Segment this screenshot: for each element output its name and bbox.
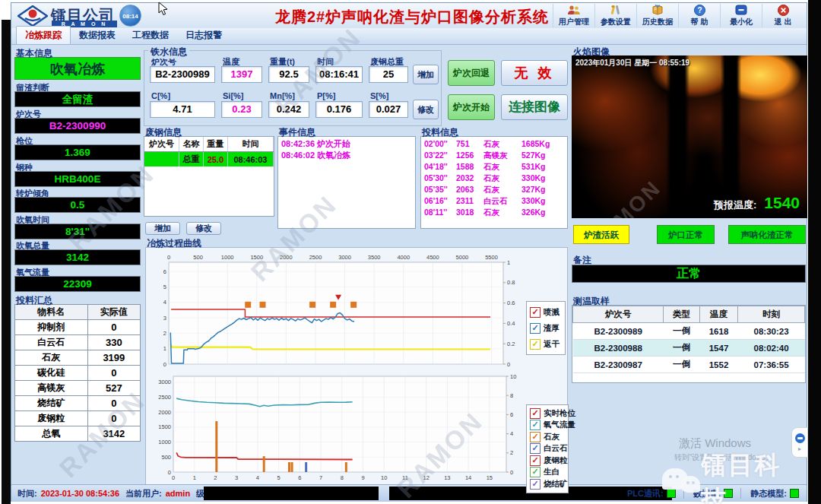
silicon-input[interactable]: 0.23 <box>221 101 262 118</box>
cell: 抑制剂 <box>15 320 88 335</box>
tab-log-alarm[interactable]: 日志报警 <box>177 27 230 44</box>
user-management-button[interactable]: 用户管理 <box>553 4 594 27</box>
feeding-line: 05'30''2032石灰330Kg <box>424 173 564 184</box>
footer-user-label: 当前用户: <box>125 488 162 499</box>
cell: 05'35'' <box>424 184 456 195</box>
cell: B2-2300989 <box>573 323 664 340</box>
menu-tab-bar: 冶炼跟踪 数据报表 工程数据 日志报警 <box>11 28 807 45</box>
slag-active-indicator[interactable]: 炉渣活跃 <box>573 225 629 244</box>
cell: 751 <box>456 138 483 150</box>
brand-name: 镭目科技 <box>701 449 807 504</box>
legend-checkbox[interactable]: ✓ <box>530 307 540 318</box>
material-row: 碳化硅0 <box>15 366 141 381</box>
remote-access-icon <box>795 433 805 443</box>
phosphorus-input[interactable]: 0.176 <box>315 101 363 118</box>
cell: 3142 <box>87 426 140 442</box>
cell: 0 <box>87 320 140 335</box>
svg-text:4: 4 <box>163 299 166 306</box>
legend-label: 烧结矿 <box>544 479 568 490</box>
manganese-input[interactable]: 0.242 <box>268 101 309 118</box>
legend-item[interactable]: ✓渣厚 <box>530 320 562 336</box>
legend-item[interactable]: ✓石灰 <box>530 431 565 443</box>
sampling-row[interactable]: B2-2300987一倒155207:36:55 <box>573 357 805 373</box>
legend-item[interactable]: ✓实时枪位 <box>530 407 565 420</box>
scrap-row[interactable]: 总重25.008:46:03 <box>144 152 274 167</box>
heat-number-input[interactable]: B2-2300989 <box>150 66 215 83</box>
cell: 废钢粒 <box>15 411 88 426</box>
exit-button[interactable]: 退 出 <box>762 4 804 27</box>
legend-item[interactable]: ✓烧结矿 <box>530 478 565 490</box>
svg-text:0: 0 <box>168 469 171 476</box>
legend-checkbox[interactable]: ✓ <box>530 443 540 454</box>
cell: B2-2300988 <box>573 340 664 357</box>
heat-start-button[interactable]: 炉次开始 <box>448 94 495 120</box>
svg-text:4500: 4500 <box>426 254 439 261</box>
process-chart-bottom: 0500100015002000250030000123456789101112… <box>149 372 528 484</box>
cell: 2032 <box>456 173 483 184</box>
legend-label: 喷溅 <box>544 307 559 318</box>
teamviewer-tab[interactable]: ▸ <box>791 427 808 458</box>
forecast-temp-label: 预报温度: <box>714 198 756 212</box>
legend-item[interactable]: ✓返干 <box>530 336 562 352</box>
connect-image-button[interactable]: 连接图像 <box>501 94 568 120</box>
carbon-input[interactable]: 4.71 <box>150 101 215 118</box>
material-summary-table: 物料名实际值 抑制剂0白云石330石灰3199碳化硅0高镁灰527烧结矿0废钢粒… <box>14 304 141 442</box>
sampling-row[interactable]: B2-2300989一倒161808:30:23 <box>573 323 805 340</box>
legend-checkbox[interactable]: ✓ <box>530 408 540 419</box>
cell: 2311 <box>456 195 483 207</box>
svg-text:0: 0 <box>163 361 166 368</box>
legend-item[interactable]: ✓氧气流量 <box>530 420 565 432</box>
cell: 石灰 <box>483 207 521 218</box>
scrap-total-input[interactable]: 25 <box>369 66 408 83</box>
column-header: 炉次号 <box>573 306 664 323</box>
svg-text:1: 1 <box>507 259 510 266</box>
heat-rollback-button[interactable]: 炉次回退 <box>448 60 495 86</box>
legend-checkbox[interactable]: ✓ <box>530 432 540 442</box>
scrap-add-button[interactable]: 增加 <box>145 222 180 235</box>
svg-text:3000: 3000 <box>338 254 351 261</box>
app-window: 镭目公司 R A M O N 08:14 龙腾2#炉声呐化渣与炉口图像分析系统 … <box>11 2 807 502</box>
legend-label: 生白 <box>544 467 559 477</box>
legend-checkbox[interactable]: ✓ <box>530 467 540 477</box>
chevron-icon: ▸ <box>798 445 801 452</box>
legend-item[interactable]: ✓生白 <box>530 467 565 479</box>
time-input[interactable]: 08:16:41 <box>315 66 363 83</box>
legend-item[interactable]: ✓废钢粒 <box>530 455 565 467</box>
legend-checkbox[interactable]: ✓ <box>530 455 540 466</box>
sulfur-input[interactable]: 0.027 <box>369 101 408 118</box>
invalid-button[interactable]: 无 效 <box>501 60 568 86</box>
svg-text:1000: 1000 <box>158 439 171 445</box>
furnace-mouth-normal-indicator[interactable]: 炉口正常 <box>657 225 715 244</box>
feeding-line: 08'11''3018石灰326Kg <box>424 207 564 218</box>
scrap-modify-button[interactable]: 修改 <box>186 222 221 235</box>
remark-value: 正常 <box>572 265 806 283</box>
cell: 08:30:23 <box>738 323 805 340</box>
tab-data-report[interactable]: 数据报表 <box>71 27 124 44</box>
minimize-button[interactable]: 最小化 <box>720 4 762 27</box>
sonar-slag-normal-indicator[interactable]: 声呐化渣正常 <box>728 225 806 244</box>
add-button[interactable]: 增加 <box>413 65 439 84</box>
parameter-settings-button[interactable]: 参数设置 <box>594 4 636 27</box>
column-header: 时刻 <box>738 306 805 323</box>
tab-smelting-tracking[interactable]: 冶炼跟踪 <box>16 26 71 44</box>
scrap-table: 炉次号名称重量时间 总重25.008:46:03 <box>144 137 274 166</box>
group-hot-metal: 铁水信息 <box>148 46 189 59</box>
legend-checkbox[interactable]: ✓ <box>530 323 540 334</box>
tools-icon <box>610 5 622 16</box>
svg-text:1500: 1500 <box>158 423 171 430</box>
history-data-button[interactable]: 历史数据 <box>636 4 678 27</box>
legend-checkbox[interactable]: ✓ <box>530 479 540 490</box>
sampling-row[interactable]: B2-2300988一倒154708:02:40 <box>573 340 805 357</box>
svg-text:3: 3 <box>235 474 238 481</box>
svg-text:500: 500 <box>161 454 171 461</box>
cell: 石灰 <box>483 161 521 173</box>
legend-checkbox[interactable]: ✓ <box>530 339 540 350</box>
temperature-input[interactable]: 1397 <box>221 66 262 83</box>
legend-checkbox[interactable]: ✓ <box>530 420 540 430</box>
weight-input[interactable]: 92.5 <box>268 66 309 83</box>
modify-button[interactable]: 修改 <box>413 100 439 119</box>
tab-engineering-data[interactable]: 工程数据 <box>124 27 177 44</box>
help-button[interactable]: ? 帮 助 <box>678 4 720 27</box>
legend-item[interactable]: ✓白云石 <box>530 443 565 455</box>
legend-item[interactable]: ✓喷溅 <box>530 304 562 320</box>
